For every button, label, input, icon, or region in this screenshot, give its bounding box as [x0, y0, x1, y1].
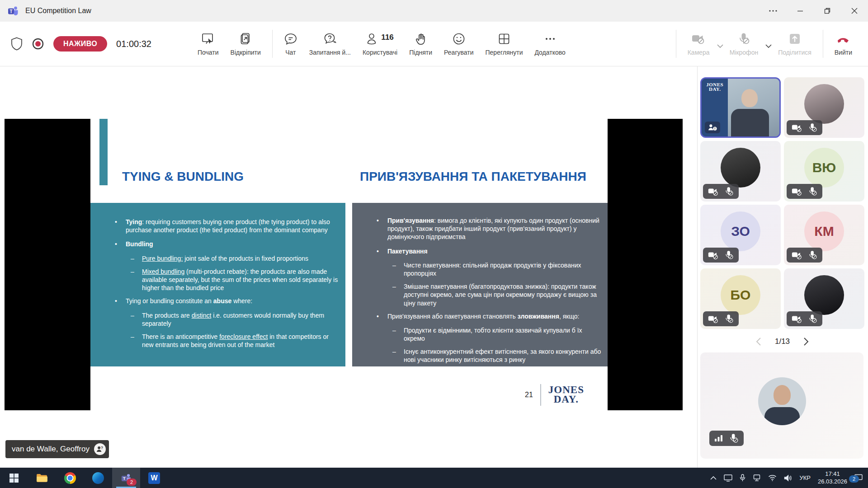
qa-button[interactable]: Запитання й...: [303, 29, 357, 59]
participant-tile-presenter[interactable]: JONESDAY.: [700, 77, 781, 138]
button-label: Підняти: [409, 49, 432, 56]
button-label: Переглянути: [486, 49, 523, 56]
participant-tile[interactable]: КМ: [784, 205, 864, 265]
participant-tile[interactable]: ЗО: [700, 205, 781, 265]
hang-up-icon: [835, 32, 851, 46]
slide-accent-bar: [99, 119, 108, 185]
word-glyph: W: [148, 472, 160, 484]
participant-initials-avatar: ВЮ: [804, 148, 844, 188]
meeting-timer: 01:00:32: [116, 39, 151, 49]
share-button[interactable]: Поділитися: [772, 29, 817, 59]
window-more-button[interactable]: [760, 0, 787, 22]
jones-day-logo: JONES DAY.: [548, 385, 584, 404]
word-icon[interactable]: W: [140, 468, 168, 488]
security-shield-icon[interactable]: [11, 37, 23, 51]
button-label: Вийти: [835, 49, 852, 56]
participant-initials-avatar: КМ: [804, 211, 844, 251]
letterbox-left: [5, 119, 90, 410]
mic-off-icon: [808, 123, 817, 132]
mic-off-icon: [737, 32, 750, 46]
presenter-video-still: [728, 79, 779, 136]
slide-bullet: •Прив'язування: вимога до клієнтів, які …: [352, 216, 608, 241]
button-label: Почати: [198, 49, 219, 56]
camera-button[interactable]: Камера: [682, 29, 716, 59]
logo-line-2: DAY.: [554, 394, 579, 405]
tray-mic-icon[interactable]: [740, 474, 745, 482]
tile-status-badge: [787, 248, 822, 263]
button-label: Запитання й...: [309, 49, 351, 56]
unpin-button[interactable]: Відкріпити: [225, 29, 267, 59]
more-actions-button[interactable]: Додатково: [528, 29, 571, 59]
chat-button[interactable]: Чат: [278, 29, 303, 59]
microphone-button[interactable]: Мікрофон: [724, 29, 764, 59]
start-button[interactable]: [0, 468, 28, 488]
window-minimize-button[interactable]: [787, 0, 814, 22]
mic-off-icon: [724, 314, 734, 324]
tile-status-badge: [703, 311, 739, 326]
tile-status-badge: [787, 184, 822, 199]
start-presenting-button[interactable]: Почати: [192, 29, 225, 59]
mic-off-icon: [808, 187, 817, 196]
participant-photo-avatar: [721, 148, 760, 188]
meeting-toolbar: НАЖИВО 01:00:32 Почати Відкріпити Чат: [0, 22, 868, 66]
edge-icon[interactable]: [84, 468, 112, 488]
file-explorer-icon[interactable]: [28, 468, 56, 488]
button-label: Відкріпити: [231, 49, 261, 56]
slide-bullet: •Bundling: [90, 240, 345, 248]
camera-options-chevron-icon[interactable]: [717, 39, 724, 48]
letterbox-right: [608, 119, 683, 410]
mic-off-icon: [724, 250, 734, 260]
featured-participant-tile[interactable]: [700, 352, 863, 459]
tray-time: 17:41: [825, 470, 840, 477]
window-titlebar: T EU Competition Law: [0, 0, 868, 22]
spotlight-badge: [705, 122, 720, 133]
camera-off-icon: [708, 314, 719, 324]
tile-status-badge: [787, 311, 822, 326]
slide-text-box-ua: •Прив'язування: вимога до клієнтів, які …: [352, 203, 608, 366]
raise-hand-button[interactable]: Підняти: [403, 29, 438, 59]
window-close-button[interactable]: [841, 0, 868, 22]
slide-bullet: –The products are distinct i.e. customer…: [90, 311, 345, 328]
taskbar-clock[interactable]: 17:41 26.03.2026: [818, 470, 847, 486]
camera-off-icon: [792, 187, 802, 196]
hidden-icons-chevron-icon[interactable]: [710, 476, 717, 480]
mic-off-icon: [808, 250, 817, 260]
cast-display-icon[interactable]: [724, 474, 732, 482]
participant-tile[interactable]: [784, 77, 864, 138]
react-button[interactable]: Реагувати: [438, 29, 479, 59]
network-icon[interactable]: [753, 474, 761, 481]
action-center-icon[interactable]: 2: [854, 474, 863, 482]
slide-page-number: 21: [525, 391, 533, 399]
button-label: Додатково: [534, 49, 565, 56]
chrome-icon[interactable]: [56, 468, 84, 488]
window-restore-button[interactable]: [814, 0, 841, 22]
participant-initials-avatar: БО: [721, 275, 760, 315]
button-label: Камера: [688, 49, 710, 56]
svg-text:T: T: [123, 476, 126, 481]
page-next-icon[interactable]: [803, 337, 809, 346]
camera-off-icon: [792, 123, 802, 132]
featured-avatar: [758, 377, 806, 425]
leave-button[interactable]: Вийти: [829, 29, 858, 59]
wifi-icon[interactable]: [768, 474, 777, 481]
spotlight-icon: [708, 123, 717, 131]
button-label: Чат: [285, 49, 296, 56]
view-button[interactable]: Переглянути: [480, 29, 529, 59]
participant-tile[interactable]: ВЮ: [784, 141, 864, 202]
mic-options-chevron-icon[interactable]: [765, 39, 772, 48]
mic-off-icon: [724, 187, 734, 196]
slide-title-en: TYING & BUNDLING: [122, 169, 244, 184]
camera-off-icon: [691, 32, 706, 46]
participants-button[interactable]: 116 Користувачі: [357, 29, 403, 59]
page-prev-icon[interactable]: [756, 337, 761, 346]
participant-tile[interactable]: [784, 268, 864, 329]
volume-icon[interactable]: [784, 474, 792, 482]
participant-tile[interactable]: [700, 141, 781, 202]
slide-bullet: –Існує антиконкурентний ефект витіснення…: [352, 347, 608, 364]
teams-taskbar-icon[interactable]: T 2: [112, 468, 140, 488]
participant-tile[interactable]: БО: [700, 268, 781, 329]
system-tray: УКР 17:41 26.03.2026 2: [710, 468, 868, 488]
slide-bullet: –Продукти є відмінними, тобто клієнти за…: [352, 326, 608, 343]
tile-status-badge: [703, 184, 739, 199]
language-indicator[interactable]: УКР: [799, 474, 811, 481]
